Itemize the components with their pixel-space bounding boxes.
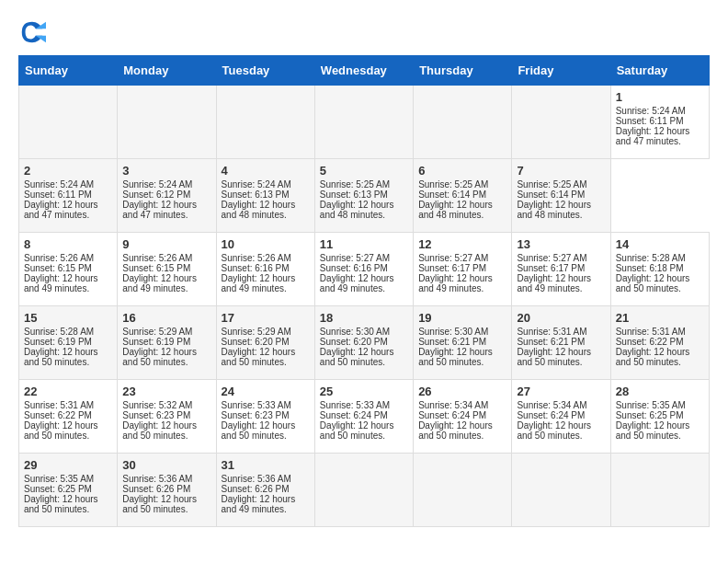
day-number: 16: [122, 311, 210, 325]
daylight: Daylight: 12 hours and 50 minutes.: [418, 347, 493, 367]
daylight: Daylight: 12 hours and 50 minutes.: [222, 347, 296, 367]
sunset: Sunset: 6:11 PM: [616, 116, 684, 126]
calendar-cell: 20 Sunrise: 5:31 AM Sunset: 6:21 PM Dayl…: [512, 306, 610, 380]
daylight: Daylight: 12 hours and 50 minutes.: [517, 347, 591, 367]
calendar-cell: 30 Sunrise: 5:36 AM Sunset: 6:26 PM Dayl…: [118, 454, 216, 527]
calendar-cell: 13 Sunrise: 5:27 AM Sunset: 6:17 PM Dayl…: [512, 233, 610, 306]
calendar-cell-empty: [512, 86, 610, 159]
sunrise: Sunrise: 5:34 AM: [418, 400, 488, 410]
calendar-cell: 10 Sunrise: 5:26 AM Sunset: 6:16 PM Dayl…: [216, 233, 314, 306]
calendar-cell: 5 Sunrise: 5:25 AM Sunset: 6:13 PM Dayli…: [314, 159, 413, 233]
calendar-week-row: 29 Sunrise: 5:35 AM Sunset: 6:25 PM Dayl…: [19, 454, 710, 527]
daylight: Daylight: 12 hours and 50 minutes.: [320, 420, 394, 441]
sunset: Sunset: 6:20 PM: [222, 337, 290, 347]
sunrise: Sunrise: 5:26 AM: [24, 253, 94, 263]
sunset: Sunset: 6:24 PM: [418, 410, 486, 420]
daylight: Daylight: 12 hours and 50 minutes.: [616, 420, 690, 441]
calendar-week-row: 1 Sunrise: 5:24 AM Sunset: 6:11 PM Dayli…: [19, 86, 710, 159]
sunrise: Sunrise: 5:27 AM: [320, 253, 390, 263]
calendar-cell: 9 Sunrise: 5:26 AM Sunset: 6:15 PM Dayli…: [118, 233, 216, 306]
day-number: 17: [222, 311, 310, 325]
sunset: Sunset: 6:15 PM: [122, 263, 190, 273]
day-number: 10: [222, 237, 310, 251]
calendar-week-row: 8 Sunrise: 5:26 AM Sunset: 6:15 PM Dayli…: [19, 233, 710, 306]
daylight: Daylight: 12 hours and 50 minutes.: [122, 494, 197, 514]
calendar-cell: 25 Sunrise: 5:33 AM Sunset: 6:24 PM Dayl…: [314, 380, 413, 454]
day-number: 25: [320, 385, 408, 398]
sunset: Sunset: 6:17 PM: [517, 263, 585, 273]
day-number: 1: [616, 90, 704, 104]
day-number: 8: [24, 237, 112, 251]
calendar-cell: 14 Sunrise: 5:28 AM Sunset: 6:18 PM Dayl…: [610, 233, 709, 306]
sunset: Sunset: 6:14 PM: [517, 190, 585, 200]
daylight: Daylight: 12 hours and 47 minutes.: [122, 200, 197, 220]
day-number: 4: [222, 164, 310, 178]
day-number: 27: [517, 385, 605, 398]
weekday-header-tuesday: Tuesday: [216, 56, 314, 86]
logo: [18, 18, 50, 46]
day-number: 29: [24, 458, 112, 472]
page-header: [18, 18, 710, 46]
daylight: Daylight: 12 hours and 50 minutes.: [616, 273, 690, 293]
calendar-cell-empty: [314, 86, 413, 159]
day-number: 5: [320, 164, 408, 178]
daylight: Daylight: 12 hours and 49 minutes.: [418, 273, 493, 293]
weekday-header-saturday: Saturday: [610, 56, 709, 86]
sunrise: Sunrise: 5:25 AM: [517, 179, 586, 190]
sunset: Sunset: 6:25 PM: [616, 410, 684, 420]
day-number: 23: [122, 385, 210, 398]
calendar-cell: 31 Sunrise: 5:36 AM Sunset: 6:26 PM Dayl…: [216, 454, 314, 527]
daylight: Daylight: 12 hours and 48 minutes.: [222, 200, 296, 220]
sunset: Sunset: 6:13 PM: [222, 190, 290, 200]
weekday-header-friday: Friday: [512, 56, 610, 86]
sunrise: Sunrise: 5:34 AM: [517, 400, 586, 410]
sunrise: Sunrise: 5:29 AM: [222, 327, 291, 337]
sunrise: Sunrise: 5:24 AM: [616, 106, 686, 116]
calendar-cell: 12 Sunrise: 5:27 AM Sunset: 6:17 PM Dayl…: [414, 233, 512, 306]
day-number: 18: [320, 311, 408, 325]
calendar-cell: 18 Sunrise: 5:30 AM Sunset: 6:20 PM Dayl…: [314, 306, 413, 380]
day-number: 7: [517, 164, 605, 178]
sunset: Sunset: 6:23 PM: [222, 410, 290, 420]
sunrise: Sunrise: 5:32 AM: [122, 400, 192, 410]
day-number: 21: [616, 311, 704, 325]
sunset: Sunset: 6:19 PM: [122, 337, 190, 347]
sunset: Sunset: 6:14 PM: [418, 190, 486, 200]
sunset: Sunset: 6:11 PM: [24, 190, 92, 200]
calendar-cell-empty: [610, 454, 709, 527]
calendar-table: SundayMondayTuesdayWednesdayThursdayFrid…: [18, 55, 710, 527]
daylight: Daylight: 12 hours and 50 minutes.: [418, 420, 493, 441]
calendar-cell: 28 Sunrise: 5:35 AM Sunset: 6:25 PM Dayl…: [610, 380, 709, 454]
sunset: Sunset: 6:18 PM: [616, 263, 684, 273]
daylight: Daylight: 12 hours and 50 minutes.: [122, 420, 197, 441]
sunset: Sunset: 6:16 PM: [222, 263, 290, 273]
weekday-header-monday: Monday: [118, 56, 216, 86]
sunrise: Sunrise: 5:25 AM: [418, 179, 488, 190]
calendar-cell: 4 Sunrise: 5:24 AM Sunset: 6:13 PM Dayli…: [216, 159, 314, 233]
weekday-header-wednesday: Wednesday: [314, 56, 413, 86]
logo-icon: [18, 18, 46, 46]
calendar-cell: 7 Sunrise: 5:25 AM Sunset: 6:14 PM Dayli…: [512, 159, 610, 233]
daylight: Daylight: 12 hours and 49 minutes.: [517, 273, 591, 293]
sunrise: Sunrise: 5:33 AM: [222, 400, 291, 410]
sunset: Sunset: 6:22 PM: [24, 410, 92, 420]
daylight: Daylight: 12 hours and 50 minutes.: [24, 347, 98, 367]
sunset: Sunset: 6:24 PM: [320, 410, 388, 420]
calendar-cell-empty: [414, 86, 512, 159]
sunrise: Sunrise: 5:25 AM: [320, 179, 390, 190]
calendar-cell: 24 Sunrise: 5:33 AM Sunset: 6:23 PM Dayl…: [216, 380, 314, 454]
calendar-cell-empty: [512, 454, 610, 527]
sunrise: Sunrise: 5:26 AM: [222, 253, 291, 263]
calendar-cell: 21 Sunrise: 5:31 AM Sunset: 6:22 PM Dayl…: [610, 306, 709, 380]
sunrise: Sunrise: 5:29 AM: [122, 327, 192, 337]
daylight: Daylight: 12 hours and 49 minutes.: [24, 273, 98, 293]
daylight: Daylight: 12 hours and 50 minutes.: [517, 420, 591, 441]
daylight: Daylight: 12 hours and 49 minutes.: [222, 273, 296, 293]
daylight: Daylight: 12 hours and 50 minutes.: [24, 420, 98, 441]
calendar-week-row: 15 Sunrise: 5:28 AM Sunset: 6:19 PM Dayl…: [19, 306, 710, 380]
calendar-week-row: 22 Sunrise: 5:31 AM Sunset: 6:22 PM Dayl…: [19, 380, 710, 454]
sunset: Sunset: 6:16 PM: [320, 263, 388, 273]
day-number: 31: [222, 458, 310, 472]
sunrise: Sunrise: 5:24 AM: [122, 179, 192, 190]
day-number: 30: [122, 458, 210, 472]
